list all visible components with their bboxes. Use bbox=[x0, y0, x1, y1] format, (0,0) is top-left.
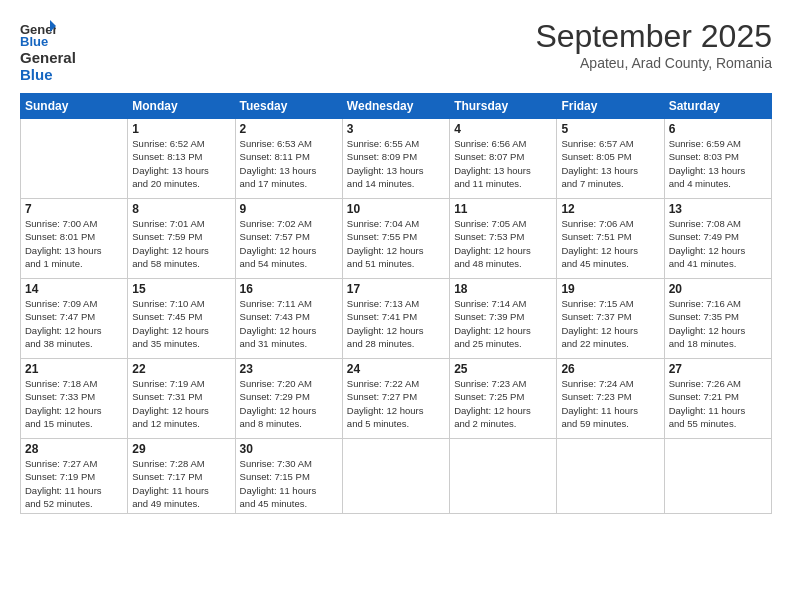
calendar-cell: 8Sunrise: 7:01 AMSunset: 7:59 PMDaylight… bbox=[128, 199, 235, 279]
day-info-line: Daylight: 12 hours bbox=[669, 324, 767, 337]
calendar-cell: 17Sunrise: 7:13 AMSunset: 7:41 PMDayligh… bbox=[342, 279, 449, 359]
calendar-cell bbox=[450, 439, 557, 514]
page: General Blue General Blue September 2025… bbox=[0, 0, 792, 612]
calendar-cell: 1Sunrise: 6:52 AMSunset: 8:13 PMDaylight… bbox=[128, 119, 235, 199]
day-info-line: Daylight: 12 hours bbox=[454, 324, 552, 337]
calendar-cell bbox=[21, 119, 128, 199]
day-info-line: Sunrise: 6:53 AM bbox=[240, 137, 338, 150]
day-info-line: Daylight: 12 hours bbox=[561, 244, 659, 257]
calendar: SundayMondayTuesdayWednesdayThursdayFrid… bbox=[20, 93, 772, 514]
day-number: 11 bbox=[454, 202, 552, 216]
logo-icon: General Blue bbox=[20, 18, 56, 48]
day-info-line: Daylight: 13 hours bbox=[454, 164, 552, 177]
day-number: 3 bbox=[347, 122, 445, 136]
calendar-cell: 20Sunrise: 7:16 AMSunset: 7:35 PMDayligh… bbox=[664, 279, 771, 359]
day-number: 8 bbox=[132, 202, 230, 216]
calendar-cell: 19Sunrise: 7:15 AMSunset: 7:37 PMDayligh… bbox=[557, 279, 664, 359]
day-info-line: and 52 minutes. bbox=[25, 497, 123, 510]
day-number: 7 bbox=[25, 202, 123, 216]
day-info-line: Sunrise: 7:08 AM bbox=[669, 217, 767, 230]
day-info-line: and 8 minutes. bbox=[240, 417, 338, 430]
day-number: 28 bbox=[25, 442, 123, 456]
day-number: 25 bbox=[454, 362, 552, 376]
calendar-cell: 6Sunrise: 6:59 AMSunset: 8:03 PMDaylight… bbox=[664, 119, 771, 199]
day-info-line: Daylight: 13 hours bbox=[132, 164, 230, 177]
day-info-line: Daylight: 12 hours bbox=[347, 324, 445, 337]
day-info-line: Sunset: 7:35 PM bbox=[669, 310, 767, 323]
day-number: 26 bbox=[561, 362, 659, 376]
day-info-line: and 1 minute. bbox=[25, 257, 123, 270]
day-info-line: Daylight: 13 hours bbox=[669, 164, 767, 177]
day-info-line: Sunset: 7:31 PM bbox=[132, 390, 230, 403]
calendar-cell: 3Sunrise: 6:55 AMSunset: 8:09 PMDaylight… bbox=[342, 119, 449, 199]
day-info-line: Sunrise: 7:26 AM bbox=[669, 377, 767, 390]
day-number: 22 bbox=[132, 362, 230, 376]
day-info-line: Daylight: 12 hours bbox=[240, 324, 338, 337]
month-title: September 2025 bbox=[535, 18, 772, 55]
day-info-line: Sunrise: 7:13 AM bbox=[347, 297, 445, 310]
header-cell-thursday: Thursday bbox=[450, 94, 557, 119]
calendar-cell: 18Sunrise: 7:14 AMSunset: 7:39 PMDayligh… bbox=[450, 279, 557, 359]
week-row-1: 1Sunrise: 6:52 AMSunset: 8:13 PMDaylight… bbox=[21, 119, 772, 199]
day-info-line: and 51 minutes. bbox=[347, 257, 445, 270]
logo: General Blue General Blue bbox=[20, 18, 76, 83]
day-info-line: and 41 minutes. bbox=[669, 257, 767, 270]
header-cell-friday: Friday bbox=[557, 94, 664, 119]
day-info-line: Daylight: 11 hours bbox=[669, 404, 767, 417]
day-info-line: Sunset: 7:37 PM bbox=[561, 310, 659, 323]
day-info-line: Sunrise: 7:02 AM bbox=[240, 217, 338, 230]
day-info-line: Daylight: 12 hours bbox=[347, 244, 445, 257]
day-info-line: Sunrise: 6:59 AM bbox=[669, 137, 767, 150]
day-info-line: and 22 minutes. bbox=[561, 337, 659, 350]
day-number: 27 bbox=[669, 362, 767, 376]
day-info-line: and 25 minutes. bbox=[454, 337, 552, 350]
day-number: 19 bbox=[561, 282, 659, 296]
day-info-line: Sunrise: 7:01 AM bbox=[132, 217, 230, 230]
day-info-line: and 35 minutes. bbox=[132, 337, 230, 350]
day-number: 4 bbox=[454, 122, 552, 136]
header-cell-monday: Monday bbox=[128, 94, 235, 119]
day-info-line: and 28 minutes. bbox=[347, 337, 445, 350]
day-info-line: Sunset: 7:55 PM bbox=[347, 230, 445, 243]
calendar-cell: 10Sunrise: 7:04 AMSunset: 7:55 PMDayligh… bbox=[342, 199, 449, 279]
day-info-line: Daylight: 12 hours bbox=[132, 244, 230, 257]
header-cell-sunday: Sunday bbox=[21, 94, 128, 119]
calendar-cell: 21Sunrise: 7:18 AMSunset: 7:33 PMDayligh… bbox=[21, 359, 128, 439]
day-info-line: and 20 minutes. bbox=[132, 177, 230, 190]
day-info-line: and 17 minutes. bbox=[240, 177, 338, 190]
week-row-2: 7Sunrise: 7:00 AMSunset: 8:01 PMDaylight… bbox=[21, 199, 772, 279]
day-info-line: and 4 minutes. bbox=[669, 177, 767, 190]
day-info-line: Sunset: 7:25 PM bbox=[454, 390, 552, 403]
day-info-line: and 45 minutes. bbox=[561, 257, 659, 270]
day-info-line: Sunset: 8:01 PM bbox=[25, 230, 123, 243]
day-number: 14 bbox=[25, 282, 123, 296]
day-info-line: Sunrise: 7:27 AM bbox=[25, 457, 123, 470]
day-info-line: Sunrise: 7:11 AM bbox=[240, 297, 338, 310]
day-info-line: Sunrise: 7:23 AM bbox=[454, 377, 552, 390]
day-info-line: Sunrise: 7:10 AM bbox=[132, 297, 230, 310]
calendar-cell bbox=[557, 439, 664, 514]
svg-text:Blue: Blue bbox=[20, 34, 48, 48]
day-info-line: Daylight: 12 hours bbox=[132, 324, 230, 337]
day-info-line: and 11 minutes. bbox=[454, 177, 552, 190]
day-number: 6 bbox=[669, 122, 767, 136]
calendar-cell: 27Sunrise: 7:26 AMSunset: 7:21 PMDayligh… bbox=[664, 359, 771, 439]
calendar-cell: 12Sunrise: 7:06 AMSunset: 7:51 PMDayligh… bbox=[557, 199, 664, 279]
day-info-line: Sunset: 8:13 PM bbox=[132, 150, 230, 163]
day-info-line: and 49 minutes. bbox=[132, 497, 230, 510]
day-info-line: Daylight: 13 hours bbox=[347, 164, 445, 177]
day-info-line: Daylight: 11 hours bbox=[25, 484, 123, 497]
day-info-line: Daylight: 13 hours bbox=[561, 164, 659, 177]
day-info-line: Sunrise: 7:18 AM bbox=[25, 377, 123, 390]
calendar-cell: 7Sunrise: 7:00 AMSunset: 8:01 PMDaylight… bbox=[21, 199, 128, 279]
day-number: 15 bbox=[132, 282, 230, 296]
logo-general-text: General bbox=[20, 50, 76, 67]
day-info-line: Daylight: 12 hours bbox=[454, 244, 552, 257]
day-info-line: Sunset: 7:17 PM bbox=[132, 470, 230, 483]
day-number: 24 bbox=[347, 362, 445, 376]
day-info-line: Sunrise: 7:30 AM bbox=[240, 457, 338, 470]
day-info-line: and 45 minutes. bbox=[240, 497, 338, 510]
day-number: 2 bbox=[240, 122, 338, 136]
calendar-cell: 22Sunrise: 7:19 AMSunset: 7:31 PMDayligh… bbox=[128, 359, 235, 439]
day-info-line: and 31 minutes. bbox=[240, 337, 338, 350]
